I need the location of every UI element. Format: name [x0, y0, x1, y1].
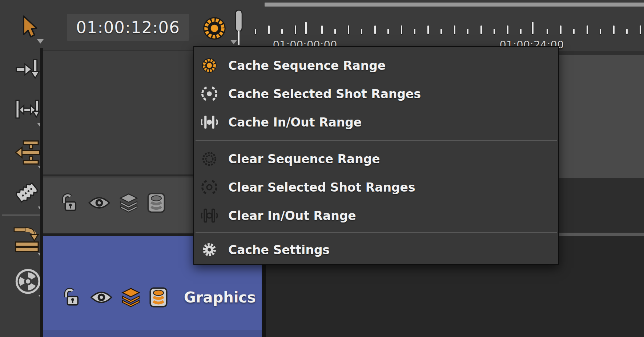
ruler-tick [520, 29, 522, 34]
menu-item-clear-in-out-range[interactable]: Clear In/Out Range [194, 201, 558, 230]
menu-item-cache-sequence-range[interactable]: Cache Sequence Range [194, 51, 558, 80]
ruler-tick [387, 29, 389, 34]
ruler-tick [494, 29, 495, 34]
menu-item-label: Clear Sequence Range [228, 152, 380, 166]
ruler-tick [427, 25, 429, 34]
menu-item-cache-settings[interactable]: Cache Settings [194, 236, 558, 264]
nuke-logo-icon [14, 268, 42, 295]
ruler-tick [414, 29, 415, 34]
join-clips-icon [13, 225, 40, 253]
layers-icon[interactable] [121, 288, 141, 307]
ruler-tick [401, 25, 402, 34]
track-bottom-strip [43, 330, 262, 337]
cache-selected-shot-ranges-icon [201, 85, 218, 103]
ruler-tick [454, 25, 455, 34]
disk-cache-icon[interactable] [147, 193, 166, 213]
menu-item-clear-selected-shot-ranges[interactable]: Clear Selected Shot Ranges [194, 173, 558, 201]
razor-tool-button[interactable] [10, 174, 44, 212]
ruler-tick [573, 29, 575, 34]
track-name-label: Graphics [184, 289, 256, 306]
tool-flyout-triangle-icon[interactable] [37, 39, 44, 44]
cache-menu-button[interactable] [201, 14, 238, 44]
menu-item-label: Cache Selected Shot Ranges [228, 87, 421, 101]
disk-cache-icon[interactable] [149, 287, 168, 308]
menu-separator [196, 232, 557, 233]
toolbar-divider [2, 214, 40, 216]
panel-divider [40, 48, 43, 337]
menu-item-label: Cache In/Out Range [228, 115, 362, 129]
ruler-tick [255, 29, 256, 34]
menu-item-label: Clear Selected Shot Ranges [228, 180, 415, 194]
cache-settings-gear-icon [201, 241, 218, 258]
ruler-tick [268, 25, 270, 34]
ruler-tick [480, 25, 482, 34]
eye-icon[interactable] [90, 290, 113, 305]
trim-arrows-icon [15, 99, 40, 122]
clear-in-out-range-icon [201, 207, 218, 224]
track-controls-row: Graphics [61, 287, 256, 308]
ruler-tick [640, 25, 641, 34]
ruler-tick [361, 29, 362, 34]
join-tool-button[interactable] [9, 220, 44, 258]
menu-separator [196, 140, 557, 141]
ruler-major-tick [305, 22, 307, 34]
cache-sequence-range-icon [201, 57, 218, 74]
ruler-tick [626, 29, 628, 34]
current-timecode-field[interactable]: 01:00:12:06 [67, 14, 189, 41]
ruler-major-tick [532, 22, 534, 34]
eye-icon[interactable] [88, 196, 110, 210]
ruler-tick [587, 25, 588, 34]
ruler-tick [440, 29, 442, 34]
trim-tool-button[interactable] [11, 93, 44, 128]
ruler-tick [560, 25, 562, 34]
lock-open-icon[interactable] [61, 287, 82, 308]
multi-select-tool-button[interactable] [15, 11, 44, 44]
timeline-scrollbar-thumb[interactable] [265, 3, 644, 7]
timeline-workspace: 01:00:12:06 01:00:00:00 01:00:24:00 [0, 0, 644, 337]
playhead-marker[interactable] [233, 9, 244, 47]
cache-dropdown-menu: Cache Sequence Range Cache Selected Shot… [193, 46, 559, 265]
move-clip-arrow-icon [16, 59, 40, 80]
ruler-tick [600, 29, 601, 34]
cache-range-target-icon [201, 14, 228, 42]
razor-blade-icon [14, 180, 41, 206]
menu-item-cache-selected-shot-ranges[interactable]: Cache Selected Shot Ranges [194, 80, 558, 108]
menu-item-clear-sequence-range[interactable]: Clear Sequence Range [194, 145, 558, 173]
lock-open-icon[interactable] [59, 193, 80, 213]
ruler-tick [295, 25, 296, 34]
ruler-tick [507, 25, 508, 34]
move-tool-button[interactable] [12, 53, 44, 86]
pointer-cursor-icon [19, 15, 39, 40]
clear-sequence-range-icon [201, 150, 218, 168]
cache-in-out-range-icon [201, 113, 218, 131]
ruler-tick [547, 29, 548, 34]
slip-clip-icon [15, 139, 40, 165]
menu-item-cache-in-out-range[interactable]: Cache In/Out Range [194, 108, 558, 136]
ruler-tick [321, 25, 323, 34]
layers-icon[interactable] [118, 193, 139, 213]
ruler-tick [334, 29, 336, 34]
track-controls-row [59, 193, 166, 213]
menu-item-label: Clear In/Out Range [228, 209, 356, 223]
playhead-icon [233, 9, 244, 46]
ruler-tick [467, 29, 468, 34]
ruler-tick [374, 25, 376, 34]
slip-tool-button[interactable] [11, 134, 44, 171]
ruler-tick [348, 25, 349, 34]
clear-selected-shot-ranges-icon [201, 178, 218, 196]
ruler-tick [281, 29, 283, 34]
menu-item-label: Cache Sequence Range [228, 59, 386, 73]
ruler-tick [613, 25, 615, 34]
menu-item-label: Cache Settings [228, 243, 330, 257]
